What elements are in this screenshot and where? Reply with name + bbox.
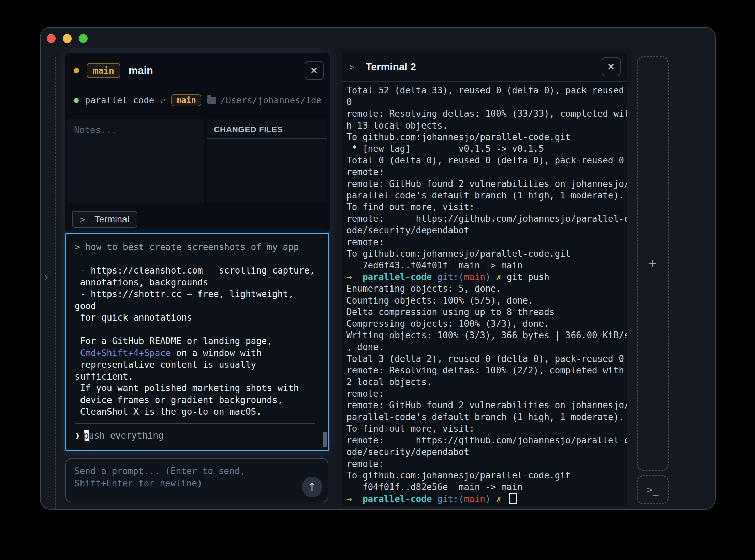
prompt-branch: main [464, 272, 485, 282]
terminal-line: remote: [346, 166, 622, 178]
scrollbar-thumb[interactable] [323, 432, 327, 447]
notes-input[interactable]: Notes... [67, 119, 204, 203]
terminal-line: To github.com:johannesjo/parallel-code.g… [346, 131, 622, 143]
terminal-line: To github.com:johannesjo/parallel-code.g… [346, 470, 622, 481]
conversation-line: CleanShot X is the go-to on macOS. [75, 406, 320, 418]
terminal-line: 7ed6f43..f04f01f main -> main [346, 260, 622, 271]
text-cursor: p [84, 430, 89, 441]
divider [207, 138, 327, 139]
terminal-2-panel: >_ Terminal 2 ✕ Total 52 (delta 33), reu… [342, 53, 627, 506]
conversation-line: - https://shottr.cc — free, lightweight,… [75, 288, 320, 312]
conversation-line: device frames or gradient backgrounds, [75, 394, 320, 406]
arrow-up-icon: ↑ [308, 481, 317, 493]
session-status-dot [74, 68, 79, 73]
conversation-line: for quick annotations [75, 312, 320, 324]
terminal-output[interactable]: Total 52 (delta 33), reused 0 (delta 0),… [342, 82, 627, 506]
terminal-line: Enumerating objects: 5, done. [346, 283, 622, 294]
terminal-line: parallel-code's default branch (1 high, … [346, 411, 622, 423]
terminal-line: remote: https://github.com/johannesjo/pa… [346, 213, 622, 224]
new-session-dropzone[interactable]: + [637, 56, 669, 471]
close-session-button[interactable]: ✕ [305, 61, 324, 80]
terminal-line: 2 local objects. [346, 376, 622, 388]
prompt-arrow: → [346, 272, 362, 282]
terminal-line: → parallel-code git:(main) ✗ git push [346, 271, 622, 283]
terminal-line: ode/security/dependabot [346, 446, 622, 458]
terminal-prompt-icon: >_ [349, 62, 359, 72]
prompt-text: ush everything [89, 430, 163, 441]
repo-branch-badge[interactable]: main [171, 94, 201, 106]
terminal-cursor [509, 493, 517, 504]
session-card: main main ✕ parallel-code ⇄ main /Users/… [65, 53, 330, 233]
repo-status-dot [74, 98, 79, 103]
expand-sidebar-chevron-icon[interactable]: › [44, 270, 48, 284]
conversation-line: If you want polished marketing shots wit… [75, 382, 320, 394]
conversation-line [75, 324, 320, 336]
session-title: main [129, 64, 153, 77]
terminal-line: remote: Resolving deltas: 100% (2/2), co… [346, 365, 622, 376]
send-button[interactable]: ↑ [302, 477, 322, 497]
terminal-line: parallel-code's default branch (1 high, … [346, 190, 622, 201]
terminal-2-title: Terminal 2 [366, 61, 416, 73]
agent-conversation-panel[interactable]: > how to best create screenshots of my a… [65, 233, 329, 451]
terminal-line: , done. [346, 341, 622, 353]
prompt-arrow: → [346, 494, 362, 504]
terminal-line: * [new tag] v0.1.5 -> v0.1.5 [346, 143, 622, 154]
terminal-line: To find out more, visit: [346, 423, 622, 434]
conversation-line: For a GitHub README or landing page, [75, 335, 320, 347]
terminal-line: remote: https://github.com/johannesjo/pa… [346, 434, 622, 446]
prompt-branch: main [464, 494, 485, 504]
close-terminal-button[interactable]: ✕ [602, 57, 621, 76]
conversation-line: - https://cleanshot.com — scrolling capt… [75, 265, 320, 277]
terminal-line: remote: [346, 236, 622, 248]
terminal-line: remote: Resolving deltas: 100% (33/33), … [346, 108, 622, 119]
changed-files-header: CHANGED FILES [207, 119, 327, 138]
terminal-prompt-icon: >_ [647, 484, 659, 496]
terminal-line: remote: GitHub found 2 vulnerabilities o… [346, 399, 622, 411]
terminal-line: Compressing objects: 100% (3/3), done. [346, 318, 622, 329]
prompt-git: ) [485, 272, 491, 282]
prompt-git: git:( [432, 494, 464, 504]
terminal-line: Counting objects: 100% (5/5), done. [346, 295, 622, 306]
prompt-input[interactable]: Send a prompt... (Enter to send, Shift+E… [65, 458, 328, 502]
repo-name: parallel-code [85, 95, 154, 105]
conversation-line [75, 253, 320, 265]
terminal-2-header: >_ Terminal 2 ✕ [342, 53, 627, 82]
agent-prompt-line[interactable]: ❯push everything [75, 429, 320, 442]
session-card-header: main main ✕ [65, 53, 330, 89]
terminal-prompt-icon: >_ [80, 215, 90, 224]
repo-path: /Users/johannes/IdeaProjects, [220, 95, 321, 105]
conversation-line: annotations, backgrounds [75, 277, 320, 289]
new-terminal-dropzone[interactable]: >_ [637, 475, 669, 504]
folder-icon [207, 97, 216, 104]
terminal-line: h 13 local objects. [346, 120, 622, 131]
conversation-output: > how to best create screenshots of my a… [75, 241, 320, 418]
window-controls [47, 34, 88, 43]
terminal-line: ode/security/dependabot [346, 224, 622, 236]
changed-files-panel: CHANGED FILES [207, 119, 327, 203]
plus-icon: + [648, 255, 657, 272]
prompt-chevron-icon: ❯ [75, 430, 80, 441]
terminal-line: remote: [346, 458, 622, 470]
terminal-line: f04f01f..d82e56e main -> main [346, 481, 622, 493]
terminal-line: Writing objects: 100% (3/3), 366 bytes |… [346, 329, 622, 341]
terminal-line: To github.com:johannesjo/parallel-code.g… [346, 248, 622, 260]
terminal-line: Total 0 (delta 0), reused 0 (delta 0), p… [346, 154, 622, 166]
prompt-placeholder: Send a prompt... (Enter to send, Shift+E… [74, 465, 293, 489]
prompt-git: ) [485, 494, 491, 504]
conversation-line: representative content is usually suffic… [75, 359, 320, 382]
sidebar-dashed-divider [55, 57, 56, 509]
close-window-button[interactable] [47, 34, 56, 43]
git-compare-icon[interactable]: ⇄ [161, 95, 166, 105]
keyboard-shortcut: Cmd+Shift+4+Space [80, 348, 171, 358]
open-terminal-button[interactable]: >_ Terminal [72, 211, 137, 228]
card-panels: Notes... CHANGED FILES [67, 119, 327, 203]
repo-row: parallel-code ⇄ main /Users/johannes/Ide… [65, 89, 330, 111]
prompt-dirty-icon: ✗ [491, 272, 507, 282]
prompt-repo: parallel-code [362, 272, 432, 282]
desktop-background: › main main ✕ parallel-code ⇄ main /User… [0, 0, 755, 560]
prompt-dirty-icon: ✗ [491, 494, 507, 504]
terminal-line: remote: GitHub found 2 vulnerabilities o… [346, 178, 622, 190]
divider [75, 423, 315, 424]
zoom-window-button[interactable] [79, 34, 88, 43]
minimize-window-button[interactable] [63, 34, 72, 43]
